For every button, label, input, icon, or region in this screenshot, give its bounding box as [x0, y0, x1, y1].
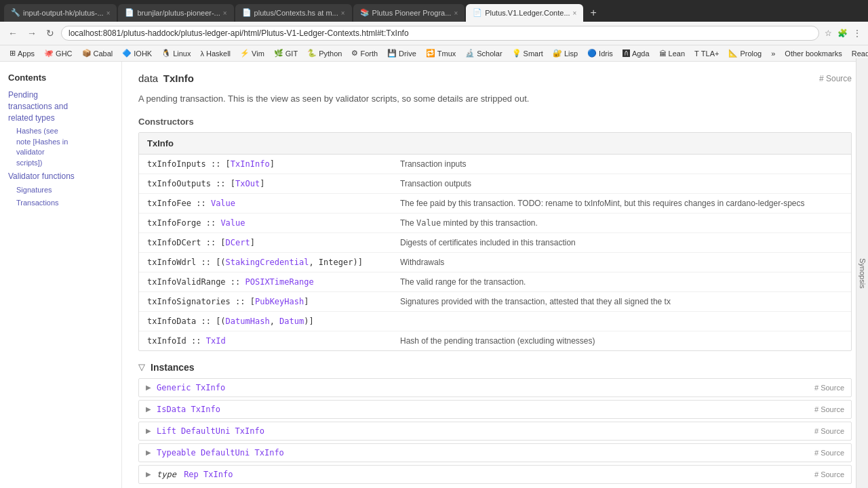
isdata-txinfo-link[interactable]: IsData TxInfo: [157, 405, 220, 414]
value-link-forge[interactable]: Value: [220, 218, 245, 228]
pubkeyhash-link[interactable]: PubKeyHash: [255, 297, 304, 306]
field-dcert-name: txInfoDCert :: [DCert]: [147, 238, 255, 247]
bookmark-ghc-label: GHC: [56, 49, 72, 58]
back-button[interactable]: ←: [5, 26, 20, 40]
instance-expand-isdata[interactable]: ▶: [146, 405, 151, 413]
instance-expand-rep[interactable]: ▶: [146, 470, 151, 478]
field-signatories-desc: Signatures provided with the transaction…: [392, 291, 851, 311]
bookmark-idris[interactable]: 🔵 Idris: [583, 47, 617, 59]
menu-icon[interactable]: ⋮: [852, 27, 863, 39]
rep-source-link[interactable]: # Source: [814, 470, 844, 479]
lisp-icon: 🔐: [553, 49, 562, 58]
posixtimerange-link[interactable]: POSIXTimeRange: [245, 277, 314, 287]
bookmark-drive[interactable]: 💾 Drive: [383, 47, 420, 59]
smart-icon: 💡: [512, 49, 521, 58]
tab-5-close[interactable]: ×: [573, 9, 577, 17]
tab-3-close[interactable]: ×: [341, 9, 345, 17]
data-decl-txinfo: data TxInfo # Source: [138, 73, 852, 84]
tab-5[interactable]: 📄 Plutus.V1.Ledger.Conte... ×: [466, 4, 583, 22]
txininfo-link[interactable]: TxInInfo: [231, 159, 270, 169]
sidebar-item-validator[interactable]: Validator functions: [8, 171, 113, 182]
bookmark-scholar[interactable]: 🔬 Scholar: [461, 47, 506, 59]
new-tab-button[interactable]: +: [585, 4, 601, 22]
isdata-source-link[interactable]: # Source: [814, 405, 844, 413]
bookmark-reading-list[interactable]: Reading list: [848, 48, 868, 59]
tab-2[interactable]: 📄 brunjlar/plutus-pioneer-... ×: [118, 4, 233, 22]
bookmark-lean[interactable]: 🏛 Lean: [655, 48, 689, 59]
field-row-wdrl: txInfoWdrl :: [(StakingCredential, Integ…: [139, 252, 851, 272]
lift-txinfo-link[interactable]: Lift DefaultUni TxInfo: [157, 426, 264, 436]
bookmark-cabal[interactable]: 📦 Cabal: [78, 47, 117, 59]
value-link-fee[interactable]: Value: [211, 199, 235, 208]
typeable-txinfo-link[interactable]: Typeable DefaultUni TxInfo: [157, 448, 284, 458]
datum-link[interactable]: Datum: [279, 317, 304, 326]
tab-2-close[interactable]: ×: [223, 9, 227, 17]
generic-txinfo-link[interactable]: Generic TxInfo: [157, 383, 225, 392]
instance-row-typeable: ▶ Typeable DefaultUni TxInfo # Source: [138, 443, 852, 462]
sidebar-item-signatures[interactable]: Signatures: [16, 185, 113, 195]
datumhash-link[interactable]: DatumHash: [226, 317, 270, 326]
txinfo-source-link[interactable]: # Source: [819, 74, 852, 83]
typeable-source-link[interactable]: # Source: [814, 449, 844, 457]
instance-row-generic: ▶ Generic TxInfo # Source: [138, 378, 852, 397]
lift-source-link[interactable]: # Source: [814, 427, 844, 435]
tab-3-favicon: 📄: [242, 8, 252, 18]
tab-4-close[interactable]: ×: [454, 9, 458, 17]
instance-source-typeable: # Source: [814, 449, 844, 457]
bookmark-tmux[interactable]: 🔁 Tmux: [422, 47, 460, 59]
bookmark-agda[interactable]: 🅰 Agda: [618, 48, 654, 59]
bookmark-git[interactable]: 🌿 GIT: [270, 47, 302, 59]
field-validrange-desc: The valid range for the transaction.: [392, 272, 851, 291]
instance-expand-typeable[interactable]: ▶: [146, 449, 151, 456]
browser-tabs: 🔧 input-output-hk/plutus-... × 📄 brunjla…: [0, 0, 868, 22]
bookmark-iohk[interactable]: 🔷 IOHK: [118, 47, 156, 59]
bookmark-ghc[interactable]: 🐙 GHC: [40, 47, 76, 59]
prolog-icon: 📐: [728, 49, 738, 58]
extensions-icon[interactable]: 🧩: [836, 27, 849, 39]
txid-link[interactable]: TxId: [206, 336, 226, 346]
tab-1[interactable]: 🔧 input-output-hk/plutus-... ×: [4, 4, 117, 22]
bookmarks-more-button[interactable]: »: [767, 48, 779, 59]
constructor-header: TxInfo: [139, 133, 851, 155]
tab-1-close[interactable]: ×: [106, 9, 111, 17]
bookmark-vim[interactable]: ⚡ Vim: [236, 47, 269, 59]
instance-expand-generic[interactable]: ▶: [146, 384, 151, 391]
instances-toggle[interactable]: ▽: [138, 362, 145, 372]
reload-button[interactable]: ↻: [43, 26, 57, 40]
bookmark-haskell[interactable]: λ Haskell: [196, 48, 235, 59]
instance-expand-lift[interactable]: ▶: [146, 427, 151, 434]
bookmark-smart[interactable]: 💡 Smart: [508, 47, 547, 59]
field-row-data: txInfoData :: [(DatumHash, Datum)]: [139, 311, 851, 331]
stakingcredential-link[interactable]: StakingCredential: [226, 258, 309, 267]
bookmark-forth[interactable]: ⚙ Forth: [347, 47, 382, 59]
bookmark-other[interactable]: Other bookmarks: [781, 48, 846, 59]
rep-txinfo-link[interactable]: Rep TxInfo: [184, 470, 233, 479]
generic-source-link[interactable]: # Source: [814, 384, 844, 392]
bookmark-apps[interactable]: ⊞ Apps: [5, 47, 39, 59]
bookmark-other-label: Other bookmarks: [785, 49, 842, 58]
field-forge-desc: The Value minted by this transaction.: [392, 213, 851, 232]
bookmark-python[interactable]: 🐍 Python: [303, 47, 346, 59]
field-forge-name: txInfoForge :: Value: [147, 218, 245, 228]
forward-button[interactable]: →: [24, 26, 39, 40]
txout-link[interactable]: TxOut: [235, 179, 260, 188]
dcert-link[interactable]: DCert: [226, 238, 250, 247]
bookmark-linux[interactable]: 🐧 Linux: [157, 47, 195, 59]
sidebar-item-hashes[interactable]: Hashes (seenote [Hashes invalidatorscrip…: [16, 126, 113, 168]
bookmark-star-icon[interactable]: ☆: [823, 27, 833, 39]
bookmark-lisp[interactable]: 🔐 Lisp: [549, 47, 582, 59]
address-bar[interactable]: [61, 26, 819, 41]
sidebar-item-pending[interactable]: Pendingtransactions andrelated types: [8, 89, 113, 123]
instance-name-lift: Lift DefaultUni TxInfo: [157, 426, 814, 436]
field-row-fee: txInfoFee :: Value The fee paid by this …: [139, 193, 851, 213]
synopsis-panel[interactable]: Synopsis: [856, 58, 868, 488]
bookmark-tla[interactable]: T TLA+: [690, 48, 723, 59]
field-data-name: txInfoData :: [(DatumHash, Datum)]: [147, 317, 314, 326]
sidebar-sub-signatures: Signatures: [16, 185, 113, 195]
bookmark-git-label: GIT: [285, 49, 298, 58]
sidebar-item-transactions[interactable]: Transactions: [16, 198, 113, 208]
bookmark-prolog[interactable]: 📐 Prolog: [724, 47, 766, 59]
bookmark-reading-list-label: Reading list: [852, 49, 868, 58]
tab-4[interactable]: 📚 Plutus Pioneer Progra... ×: [353, 4, 465, 22]
tab-3[interactable]: 📄 plutus/Contexts.hs at m... ×: [235, 4, 352, 22]
